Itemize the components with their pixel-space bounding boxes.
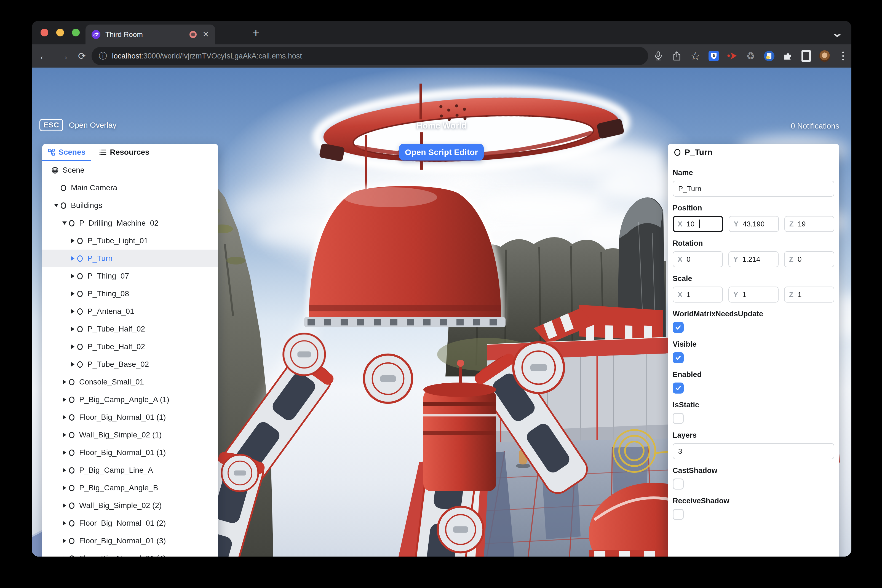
tree-collapsed-arrow-icon[interactable] bbox=[69, 343, 76, 350]
scale-x-input[interactable]: X1 bbox=[673, 286, 723, 303]
tree-collapsed-arrow-icon[interactable] bbox=[61, 431, 68, 438]
node-circle-icon bbox=[69, 555, 75, 557]
open-script-editor-button[interactable]: Open Script Editor bbox=[399, 144, 484, 160]
tree-item-main-camera[interactable]: Main Camera bbox=[42, 179, 218, 196]
notifications-label[interactable]: 0 Notifications bbox=[791, 122, 839, 130]
enabled-checkbox[interactable] bbox=[673, 382, 684, 394]
castshadow-checkbox[interactable] bbox=[673, 478, 684, 489]
profile-avatar[interactable] bbox=[819, 51, 830, 62]
layers-input[interactable]: 3 bbox=[673, 443, 834, 459]
red-extension-icon[interactable] bbox=[727, 51, 738, 62]
address-bar[interactable]: ⓘ localhost:3000/world/!vjrzmTVOcyIsLgaA… bbox=[92, 47, 648, 65]
share-icon[interactable] bbox=[671, 51, 682, 62]
tree-expanded-arrow-icon[interactable] bbox=[61, 219, 68, 227]
name-input[interactable]: P_Turn bbox=[673, 181, 834, 196]
receiveshadow-checkbox[interactable] bbox=[673, 509, 684, 520]
side-panel-icon[interactable] bbox=[801, 51, 812, 62]
inspector-header: P_Turn bbox=[668, 144, 839, 161]
tree-collapsed-arrow-icon[interactable] bbox=[61, 555, 68, 556]
axis-label: X bbox=[678, 255, 682, 264]
tree-collapsed-arrow-icon[interactable] bbox=[61, 396, 68, 403]
browser-window: Third Room ✕ + ⌄ ← → ⟳ ⓘ localhost:3000/… bbox=[32, 21, 851, 556]
scale-y-input[interactable]: Y1 bbox=[728, 286, 778, 303]
worldmatrixneedsupdate-checkbox[interactable] bbox=[673, 322, 684, 333]
tree-item-p-big-camp-angle-a-1-[interactable]: P_Big_Camp_Angle_A (1) bbox=[42, 391, 218, 408]
tree-collapsed-arrow-icon[interactable] bbox=[61, 520, 68, 527]
tree-collapsed-arrow-icon[interactable] bbox=[61, 502, 68, 509]
tree-item-wall-big-simple-02-2-[interactable]: Wall_Big_Simple_02 (2) bbox=[42, 497, 218, 514]
tree-item-p-thing-07[interactable]: P_Thing_07 bbox=[42, 267, 218, 285]
tree-item-p-thing-08[interactable]: P_Thing_08 bbox=[42, 285, 218, 303]
minimize-window-button[interactable] bbox=[56, 28, 64, 36]
node-circle-icon bbox=[77, 273, 83, 279]
browser-menu-kebab-icon[interactable] bbox=[838, 51, 849, 62]
tab-scenes[interactable]: Scenes bbox=[42, 144, 91, 161]
tree-collapsed-arrow-icon[interactable] bbox=[61, 484, 68, 492]
bookmark-star-icon[interactable]: ☆ bbox=[690, 51, 701, 62]
rotation-z-input[interactable]: Z0 bbox=[784, 251, 834, 267]
tree-expanded-arrow-icon[interactable] bbox=[52, 202, 60, 209]
tree-collapsed-arrow-icon[interactable] bbox=[69, 361, 76, 368]
scale-z-input[interactable]: Z1 bbox=[784, 286, 834, 303]
tree-item-label: P_Thing_08 bbox=[87, 289, 129, 298]
tree-item-label: Floor_Big_Normal_01 (1) bbox=[79, 448, 166, 457]
forward-button[interactable]: → bbox=[58, 50, 69, 62]
dark-reader-extension-icon[interactable] bbox=[764, 51, 775, 62]
back-button[interactable]: ← bbox=[38, 50, 50, 62]
tree-item-p-drilling-machine-02[interactable]: P_Drilling_Machine_02 bbox=[42, 214, 218, 232]
site-info-icon[interactable]: ⓘ bbox=[99, 51, 107, 62]
close-tab-icon[interactable]: ✕ bbox=[203, 31, 209, 38]
tree-item-floor-big-normal-01-1-[interactable]: Floor_Big_Normal_01 (1) bbox=[42, 408, 218, 426]
visible-checkbox[interactable] bbox=[673, 352, 684, 363]
tree-item-floor-big-normal-01-3-[interactable]: Floor_Big_Normal_01 (3) bbox=[42, 532, 218, 550]
tree-item-console-small-01[interactable]: Console_Small_01 bbox=[42, 373, 218, 391]
tree-collapsed-arrow-icon[interactable] bbox=[61, 449, 68, 456]
isstatic-checkbox[interactable] bbox=[673, 413, 684, 424]
tree-item-p-turn[interactable]: P_Turn bbox=[42, 250, 218, 267]
tree-collapsed-arrow-icon[interactable] bbox=[69, 326, 76, 333]
new-tab-button[interactable]: + bbox=[252, 27, 260, 39]
tree-collapsed-arrow-icon[interactable] bbox=[69, 273, 76, 280]
tab-resources[interactable]: Resources bbox=[91, 144, 158, 161]
tree-item-p-big-camp-line-a[interactable]: P_Big_Camp_Line_A bbox=[42, 461, 218, 479]
microphone-icon[interactable] bbox=[653, 51, 664, 62]
position-y-input[interactable]: Y43.190 bbox=[729, 216, 778, 232]
tree-collapsed-arrow-icon[interactable] bbox=[69, 290, 76, 297]
extensions-puzzle-icon[interactable] bbox=[782, 51, 793, 62]
tree-item-p-tube-light-01[interactable]: P_Tube_Light_01 bbox=[42, 232, 218, 250]
tree-collapsed-arrow-icon[interactable] bbox=[61, 537, 68, 544]
browser-tab[interactable]: Third Room ✕ bbox=[86, 24, 215, 44]
chevron-down-icon[interactable]: ⌄ bbox=[831, 27, 843, 38]
reload-button[interactable]: ⟳ bbox=[78, 51, 86, 62]
tree-item-p-antena-01[interactable]: P_Antena_01 bbox=[42, 303, 218, 320]
rotation-x-input[interactable]: X0 bbox=[673, 251, 723, 267]
tree-item-p-tube-half-02[interactable]: P_Tube_Half_02 bbox=[42, 338, 218, 356]
screenshot-stage: Third Room ✕ + ⌄ ← → ⟳ ⓘ localhost:3000/… bbox=[0, 0, 882, 588]
close-window-button[interactable] bbox=[40, 28, 48, 36]
tree-item-scene[interactable]: Scene bbox=[42, 161, 218, 179]
url-text: localhost:3000/world/!vjrzmTVOcyIsLgaAkA… bbox=[112, 52, 302, 60]
tree-collapsed-arrow-icon[interactable] bbox=[69, 237, 76, 244]
tree-item-wall-big-simple-02-1-[interactable]: Wall_Big_Simple_02 (1) bbox=[42, 426, 218, 444]
tree-item-floor-big-normal-01-1-[interactable]: Floor_Big_Normal_01 (1) bbox=[42, 444, 218, 461]
position-x-input[interactable]: X10 bbox=[673, 216, 723, 232]
tree-collapsed-arrow-icon[interactable] bbox=[61, 378, 68, 386]
tree-collapsed-arrow-icon[interactable] bbox=[61, 466, 68, 474]
tree-item-p-tube-half-02[interactable]: P_Tube_Half_02 bbox=[42, 320, 218, 338]
position-z-input[interactable]: Z19 bbox=[784, 216, 834, 232]
tree-item-p-big-camp-angle-b[interactable]: P_Big_Camp_Angle_B bbox=[42, 479, 218, 497]
tree-collapsed-arrow-icon[interactable] bbox=[69, 255, 76, 262]
recycle-extension-icon[interactable]: ♻ bbox=[745, 51, 756, 62]
tree-item-floor-big-normal-01-4-[interactable]: Floor_Big_Normal_01 (4) bbox=[42, 550, 218, 556]
tree-item-buildings[interactable]: Buildings bbox=[42, 196, 218, 214]
text-caret bbox=[699, 219, 700, 228]
tree-item-p-tube-base-02[interactable]: P_Tube_Base_02 bbox=[42, 356, 218, 373]
rotation-y-input[interactable]: Y1.214 bbox=[728, 251, 778, 267]
tree-collapsed-arrow-icon[interactable] bbox=[69, 308, 76, 315]
zoom-window-button[interactable] bbox=[72, 28, 80, 36]
tree-item-floor-big-normal-01-2-[interactable]: Floor_Big_Normal_01 (2) bbox=[42, 514, 218, 532]
hierarchy-icon bbox=[48, 148, 55, 156]
bitwarden-extension-icon[interactable] bbox=[708, 51, 719, 62]
node-circle-icon bbox=[61, 202, 66, 209]
tree-collapsed-arrow-icon[interactable] bbox=[61, 414, 68, 421]
